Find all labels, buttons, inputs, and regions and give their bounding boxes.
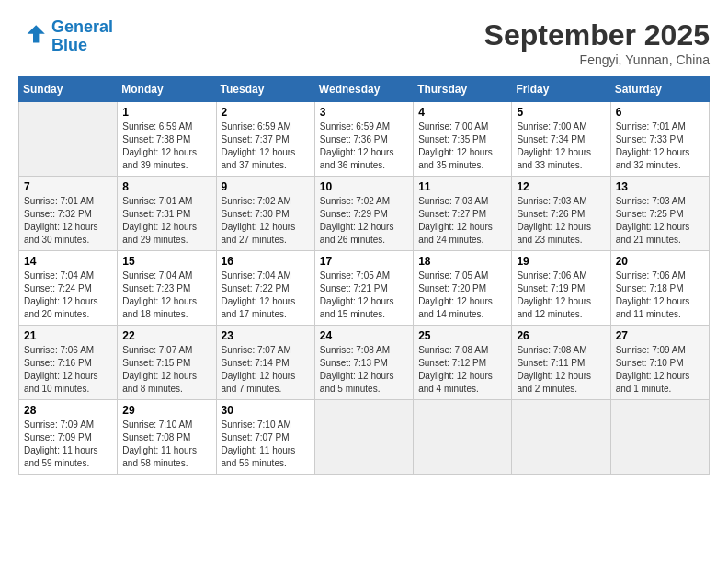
weekday-header-tuesday: Tuesday bbox=[216, 77, 314, 102]
calendar-cell: 14 Sunrise: 7:04 AM Sunset: 7:24 PM Dayl… bbox=[19, 251, 118, 326]
logo: General Blue bbox=[18, 18, 113, 55]
day-info: Sunrise: 7:04 AM Sunset: 7:24 PM Dayligh… bbox=[24, 270, 112, 321]
day-number: 9 bbox=[222, 180, 310, 193]
day-number: 11 bbox=[418, 180, 506, 193]
calendar-cell: 16 Sunrise: 7:04 AM Sunset: 7:22 PM Dayl… bbox=[216, 251, 314, 326]
day-info: Sunrise: 7:06 AM Sunset: 7:19 PM Dayligh… bbox=[517, 270, 605, 321]
day-info: Sunrise: 7:10 AM Sunset: 7:08 PM Dayligh… bbox=[122, 419, 210, 470]
calendar-week-1: 1 Sunrise: 6:59 AM Sunset: 7:38 PM Dayli… bbox=[19, 102, 710, 177]
calendar-cell: 5 Sunrise: 7:00 AM Sunset: 7:34 PM Dayli… bbox=[512, 102, 610, 177]
day-number: 4 bbox=[418, 106, 506, 119]
day-info: Sunrise: 7:01 AM Sunset: 7:31 PM Dayligh… bbox=[122, 195, 210, 247]
day-info: Sunrise: 6:59 AM Sunset: 7:37 PM Dayligh… bbox=[222, 121, 310, 172]
day-number: 28 bbox=[24, 404, 112, 417]
calendar-cell: 18 Sunrise: 7:05 AM Sunset: 7:20 PM Dayl… bbox=[414, 251, 512, 326]
calendar-cell: 21 Sunrise: 7:06 AM Sunset: 7:16 PM Dayl… bbox=[19, 326, 118, 400]
calendar-header: SundayMondayTuesdayWednesdayThursdayFrid… bbox=[19, 77, 710, 102]
day-info: Sunrise: 7:00 AM Sunset: 7:34 PM Dayligh… bbox=[517, 121, 605, 172]
calendar-cell: 28 Sunrise: 7:09 AM Sunset: 7:09 PM Dayl… bbox=[19, 400, 118, 475]
day-info: Sunrise: 7:03 AM Sunset: 7:25 PM Dayligh… bbox=[616, 195, 704, 247]
day-info: Sunrise: 7:04 AM Sunset: 7:23 PM Dayligh… bbox=[122, 270, 210, 321]
day-info: Sunrise: 7:09 AM Sunset: 7:10 PM Dayligh… bbox=[616, 344, 704, 396]
calendar-cell bbox=[414, 400, 512, 475]
calendar-cell: 29 Sunrise: 7:10 AM Sunset: 7:08 PM Dayl… bbox=[118, 400, 216, 475]
calendar-cell: 7 Sunrise: 7:01 AM Sunset: 7:32 PM Dayli… bbox=[19, 177, 118, 251]
day-info: Sunrise: 7:07 AM Sunset: 7:15 PM Dayligh… bbox=[122, 344, 210, 396]
day-number: 2 bbox=[222, 106, 310, 119]
page-header: General Blue September 2025 Fengyi, Yunn… bbox=[18, 18, 710, 67]
calendar-week-3: 14 Sunrise: 7:04 AM Sunset: 7:24 PM Dayl… bbox=[19, 251, 710, 326]
calendar-cell: 13 Sunrise: 7:03 AM Sunset: 7:25 PM Dayl… bbox=[610, 177, 709, 251]
weekday-header-saturday: Saturday bbox=[610, 77, 709, 102]
day-number: 12 bbox=[517, 180, 605, 193]
calendar-cell: 2 Sunrise: 6:59 AM Sunset: 7:37 PM Dayli… bbox=[216, 102, 314, 177]
day-info: Sunrise: 7:02 AM Sunset: 7:29 PM Dayligh… bbox=[320, 195, 408, 247]
calendar-cell: 4 Sunrise: 7:00 AM Sunset: 7:35 PM Dayli… bbox=[414, 102, 512, 177]
day-info: Sunrise: 7:01 AM Sunset: 7:33 PM Dayligh… bbox=[616, 121, 704, 172]
day-number: 24 bbox=[320, 329, 408, 342]
day-info: Sunrise: 6:59 AM Sunset: 7:36 PM Dayligh… bbox=[320, 121, 408, 172]
day-info: Sunrise: 7:02 AM Sunset: 7:30 PM Dayligh… bbox=[222, 195, 310, 247]
day-info: Sunrise: 7:10 AM Sunset: 7:07 PM Dayligh… bbox=[222, 419, 310, 470]
calendar-cell: 12 Sunrise: 7:03 AM Sunset: 7:26 PM Dayl… bbox=[512, 177, 610, 251]
calendar-cell: 23 Sunrise: 7:07 AM Sunset: 7:14 PM Dayl… bbox=[216, 326, 314, 400]
title-block: September 2025 Fengyi, Yunnan, China bbox=[484, 18, 710, 67]
calendar-cell: 1 Sunrise: 6:59 AM Sunset: 7:38 PM Dayli… bbox=[118, 102, 216, 177]
day-number: 18 bbox=[418, 255, 506, 268]
day-number: 14 bbox=[24, 255, 112, 268]
weekday-header-monday: Monday bbox=[118, 77, 216, 102]
day-info: Sunrise: 7:06 AM Sunset: 7:16 PM Dayligh… bbox=[24, 344, 112, 396]
calendar-cell bbox=[314, 400, 413, 475]
day-number: 22 bbox=[122, 329, 210, 342]
day-number: 1 bbox=[122, 106, 210, 119]
day-number: 19 bbox=[517, 255, 605, 268]
svg-marker-0 bbox=[28, 25, 45, 42]
calendar-cell bbox=[19, 102, 118, 177]
day-number: 20 bbox=[616, 255, 704, 268]
day-number: 5 bbox=[517, 106, 605, 119]
calendar-cell: 26 Sunrise: 7:08 AM Sunset: 7:11 PM Dayl… bbox=[512, 326, 610, 400]
day-info: Sunrise: 7:06 AM Sunset: 7:18 PM Dayligh… bbox=[616, 270, 704, 321]
calendar-cell bbox=[610, 400, 709, 475]
day-number: 13 bbox=[616, 180, 704, 193]
logo-text: General Blue bbox=[51, 18, 113, 55]
day-number: 21 bbox=[24, 329, 112, 342]
calendar-cell: 10 Sunrise: 7:02 AM Sunset: 7:29 PM Dayl… bbox=[314, 177, 413, 251]
day-number: 27 bbox=[616, 329, 704, 342]
weekday-header-thursday: Thursday bbox=[414, 77, 512, 102]
day-info: Sunrise: 7:09 AM Sunset: 7:09 PM Dayligh… bbox=[24, 419, 112, 470]
calendar-cell: 20 Sunrise: 7:06 AM Sunset: 7:18 PM Dayl… bbox=[610, 251, 709, 326]
day-info: Sunrise: 7:03 AM Sunset: 7:26 PM Dayligh… bbox=[517, 195, 605, 247]
weekday-row: SundayMondayTuesdayWednesdayThursdayFrid… bbox=[19, 77, 710, 102]
day-number: 17 bbox=[320, 255, 408, 268]
calendar-cell: 24 Sunrise: 7:08 AM Sunset: 7:13 PM Dayl… bbox=[314, 326, 413, 400]
calendar-cell: 17 Sunrise: 7:05 AM Sunset: 7:21 PM Dayl… bbox=[314, 251, 413, 326]
calendar-week-4: 21 Sunrise: 7:06 AM Sunset: 7:16 PM Dayl… bbox=[19, 326, 710, 400]
calendar-cell: 22 Sunrise: 7:07 AM Sunset: 7:15 PM Dayl… bbox=[118, 326, 216, 400]
calendar-cell: 3 Sunrise: 6:59 AM Sunset: 7:36 PM Dayli… bbox=[314, 102, 413, 177]
day-info: Sunrise: 7:03 AM Sunset: 7:27 PM Dayligh… bbox=[418, 195, 506, 247]
calendar-cell: 8 Sunrise: 7:01 AM Sunset: 7:31 PM Dayli… bbox=[118, 177, 216, 251]
day-info: Sunrise: 7:08 AM Sunset: 7:12 PM Dayligh… bbox=[418, 344, 506, 396]
day-info: Sunrise: 7:08 AM Sunset: 7:13 PM Dayligh… bbox=[320, 344, 408, 396]
calendar-week-5: 28 Sunrise: 7:09 AM Sunset: 7:09 PM Dayl… bbox=[19, 400, 710, 475]
logo-line2: Blue bbox=[51, 37, 113, 55]
day-number: 10 bbox=[320, 180, 408, 193]
calendar-cell: 9 Sunrise: 7:02 AM Sunset: 7:30 PM Dayli… bbox=[216, 177, 314, 251]
month-title: September 2025 bbox=[484, 18, 710, 52]
logo-line1: General bbox=[51, 17, 113, 36]
calendar-table: SundayMondayTuesdayWednesdayThursdayFrid… bbox=[18, 76, 710, 475]
day-number: 29 bbox=[122, 404, 210, 417]
day-info: Sunrise: 7:05 AM Sunset: 7:21 PM Dayligh… bbox=[320, 270, 408, 321]
weekday-header-wednesday: Wednesday bbox=[314, 77, 413, 102]
calendar-cell: 25 Sunrise: 7:08 AM Sunset: 7:12 PM Dayl… bbox=[414, 326, 512, 400]
day-number: 30 bbox=[222, 404, 310, 417]
day-number: 25 bbox=[418, 329, 506, 342]
day-info: Sunrise: 7:01 AM Sunset: 7:32 PM Dayligh… bbox=[24, 195, 112, 247]
day-number: 23 bbox=[222, 329, 310, 342]
calendar-cell: 15 Sunrise: 7:04 AM Sunset: 7:23 PM Dayl… bbox=[118, 251, 216, 326]
day-number: 16 bbox=[222, 255, 310, 268]
calendar-week-2: 7 Sunrise: 7:01 AM Sunset: 7:32 PM Dayli… bbox=[19, 177, 710, 251]
day-info: Sunrise: 7:08 AM Sunset: 7:11 PM Dayligh… bbox=[517, 344, 605, 396]
day-number: 26 bbox=[517, 329, 605, 342]
